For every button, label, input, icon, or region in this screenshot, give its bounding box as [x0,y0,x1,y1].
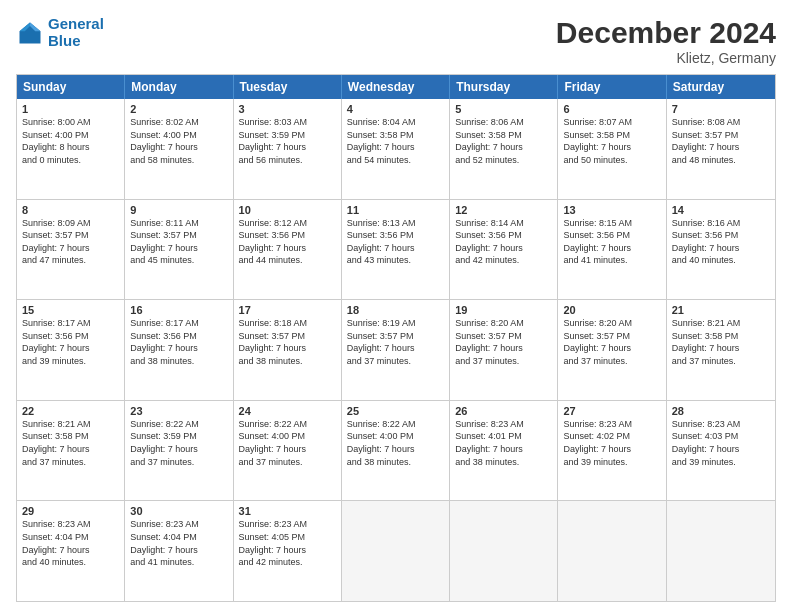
calendar-cell-day-28: 28Sunrise: 8:23 AMSunset: 4:03 PMDayligh… [667,401,775,501]
calendar-cell-day-20: 20Sunrise: 8:20 AMSunset: 3:57 PMDayligh… [558,300,666,400]
cell-text: Sunrise: 8:23 AMSunset: 4:02 PMDaylight:… [563,418,660,468]
header-cell-thursday: Thursday [450,75,558,99]
calendar-body: 1Sunrise: 8:00 AMSunset: 4:00 PMDaylight… [17,99,775,601]
calendar-cell-empty [450,501,558,601]
cell-text: Sunrise: 8:23 AMSunset: 4:03 PMDaylight:… [672,418,770,468]
header-cell-friday: Friday [558,75,666,99]
calendar-row-5: 29Sunrise: 8:23 AMSunset: 4:04 PMDayligh… [17,500,775,601]
calendar-cell-day-30: 30Sunrise: 8:23 AMSunset: 4:04 PMDayligh… [125,501,233,601]
cell-text: Sunrise: 8:14 AMSunset: 3:56 PMDaylight:… [455,217,552,267]
cell-text: Sunrise: 8:21 AMSunset: 3:58 PMDaylight:… [672,317,770,367]
calendar-cell-day-5: 5Sunrise: 8:06 AMSunset: 3:58 PMDaylight… [450,99,558,199]
calendar-row-3: 15Sunrise: 8:17 AMSunset: 3:56 PMDayligh… [17,299,775,400]
cell-text: Sunrise: 8:00 AMSunset: 4:00 PMDaylight:… [22,116,119,166]
day-number: 1 [22,103,119,115]
cell-text: Sunrise: 8:22 AMSunset: 3:59 PMDaylight:… [130,418,227,468]
calendar-cell-day-31: 31Sunrise: 8:23 AMSunset: 4:05 PMDayligh… [234,501,342,601]
calendar-cell-day-9: 9Sunrise: 8:11 AMSunset: 3:57 PMDaylight… [125,200,233,300]
cell-text: Sunrise: 8:09 AMSunset: 3:57 PMDaylight:… [22,217,119,267]
page: General Blue December 2024 Klietz, Germa… [0,0,792,612]
cell-text: Sunrise: 8:16 AMSunset: 3:56 PMDaylight:… [672,217,770,267]
cell-text: Sunrise: 8:03 AMSunset: 3:59 PMDaylight:… [239,116,336,166]
calendar-cell-day-16: 16Sunrise: 8:17 AMSunset: 3:56 PMDayligh… [125,300,233,400]
day-number: 28 [672,405,770,417]
calendar-cell-empty [558,501,666,601]
cell-text: Sunrise: 8:06 AMSunset: 3:58 PMDaylight:… [455,116,552,166]
day-number: 24 [239,405,336,417]
cell-text: Sunrise: 8:21 AMSunset: 3:58 PMDaylight:… [22,418,119,468]
calendar-row-4: 22Sunrise: 8:21 AMSunset: 3:58 PMDayligh… [17,400,775,501]
day-number: 25 [347,405,444,417]
calendar-cell-day-18: 18Sunrise: 8:19 AMSunset: 3:57 PMDayligh… [342,300,450,400]
calendar-cell-day-17: 17Sunrise: 8:18 AMSunset: 3:57 PMDayligh… [234,300,342,400]
day-number: 14 [672,204,770,216]
header-cell-wednesday: Wednesday [342,75,450,99]
calendar-cell-day-29: 29Sunrise: 8:23 AMSunset: 4:04 PMDayligh… [17,501,125,601]
calendar-cell-day-27: 27Sunrise: 8:23 AMSunset: 4:02 PMDayligh… [558,401,666,501]
day-number: 20 [563,304,660,316]
day-number: 26 [455,405,552,417]
day-number: 5 [455,103,552,115]
day-number: 9 [130,204,227,216]
header-cell-monday: Monday [125,75,233,99]
day-number: 2 [130,103,227,115]
day-number: 3 [239,103,336,115]
day-number: 19 [455,304,552,316]
day-number: 22 [22,405,119,417]
day-number: 7 [672,103,770,115]
calendar: SundayMondayTuesdayWednesdayThursdayFrid… [16,74,776,602]
day-number: 27 [563,405,660,417]
calendar-cell-day-8: 8Sunrise: 8:09 AMSunset: 3:57 PMDaylight… [17,200,125,300]
day-number: 15 [22,304,119,316]
calendar-cell-empty [342,501,450,601]
cell-text: Sunrise: 8:17 AMSunset: 3:56 PMDaylight:… [130,317,227,367]
cell-text: Sunrise: 8:23 AMSunset: 4:05 PMDaylight:… [239,518,336,568]
calendar-cell-day-12: 12Sunrise: 8:14 AMSunset: 3:56 PMDayligh… [450,200,558,300]
cell-text: Sunrise: 8:22 AMSunset: 4:00 PMDaylight:… [347,418,444,468]
cell-text: Sunrise: 8:20 AMSunset: 3:57 PMDaylight:… [563,317,660,367]
calendar-cell-day-15: 15Sunrise: 8:17 AMSunset: 3:56 PMDayligh… [17,300,125,400]
logo-icon [16,19,44,47]
cell-text: Sunrise: 8:02 AMSunset: 4:00 PMDaylight:… [130,116,227,166]
cell-text: Sunrise: 8:17 AMSunset: 3:56 PMDaylight:… [22,317,119,367]
cell-text: Sunrise: 8:23 AMSunset: 4:04 PMDaylight:… [130,518,227,568]
location: Klietz, Germany [556,50,776,66]
calendar-cell-day-22: 22Sunrise: 8:21 AMSunset: 3:58 PMDayligh… [17,401,125,501]
cell-text: Sunrise: 8:12 AMSunset: 3:56 PMDaylight:… [239,217,336,267]
title-block: December 2024 Klietz, Germany [556,16,776,66]
calendar-cell-day-25: 25Sunrise: 8:22 AMSunset: 4:00 PMDayligh… [342,401,450,501]
calendar-row-2: 8Sunrise: 8:09 AMSunset: 3:57 PMDaylight… [17,199,775,300]
header-cell-tuesday: Tuesday [234,75,342,99]
day-number: 6 [563,103,660,115]
cell-text: Sunrise: 8:11 AMSunset: 3:57 PMDaylight:… [130,217,227,267]
cell-text: Sunrise: 8:20 AMSunset: 3:57 PMDaylight:… [455,317,552,367]
calendar-cell-day-1: 1Sunrise: 8:00 AMSunset: 4:00 PMDaylight… [17,99,125,199]
cell-text: Sunrise: 8:13 AMSunset: 3:56 PMDaylight:… [347,217,444,267]
header-cell-saturday: Saturday [667,75,775,99]
cell-text: Sunrise: 8:23 AMSunset: 4:04 PMDaylight:… [22,518,119,568]
calendar-cell-day-23: 23Sunrise: 8:22 AMSunset: 3:59 PMDayligh… [125,401,233,501]
cell-text: Sunrise: 8:04 AMSunset: 3:58 PMDaylight:… [347,116,444,166]
day-number: 29 [22,505,119,517]
day-number: 30 [130,505,227,517]
calendar-cell-day-21: 21Sunrise: 8:21 AMSunset: 3:58 PMDayligh… [667,300,775,400]
header: General Blue December 2024 Klietz, Germa… [16,16,776,66]
calendar-row-1: 1Sunrise: 8:00 AMSunset: 4:00 PMDaylight… [17,99,775,199]
day-number: 12 [455,204,552,216]
calendar-cell-day-10: 10Sunrise: 8:12 AMSunset: 3:56 PMDayligh… [234,200,342,300]
cell-text: Sunrise: 8:08 AMSunset: 3:57 PMDaylight:… [672,116,770,166]
day-number: 10 [239,204,336,216]
day-number: 21 [672,304,770,316]
cell-text: Sunrise: 8:18 AMSunset: 3:57 PMDaylight:… [239,317,336,367]
day-number: 11 [347,204,444,216]
calendar-cell-day-19: 19Sunrise: 8:20 AMSunset: 3:57 PMDayligh… [450,300,558,400]
logo: General Blue [16,16,104,49]
calendar-cell-empty [667,501,775,601]
calendar-header: SundayMondayTuesdayWednesdayThursdayFrid… [17,75,775,99]
cell-text: Sunrise: 8:19 AMSunset: 3:57 PMDaylight:… [347,317,444,367]
cell-text: Sunrise: 8:23 AMSunset: 4:01 PMDaylight:… [455,418,552,468]
calendar-cell-day-4: 4Sunrise: 8:04 AMSunset: 3:58 PMDaylight… [342,99,450,199]
calendar-cell-day-7: 7Sunrise: 8:08 AMSunset: 3:57 PMDaylight… [667,99,775,199]
day-number: 8 [22,204,119,216]
logo-text: General Blue [48,16,104,49]
